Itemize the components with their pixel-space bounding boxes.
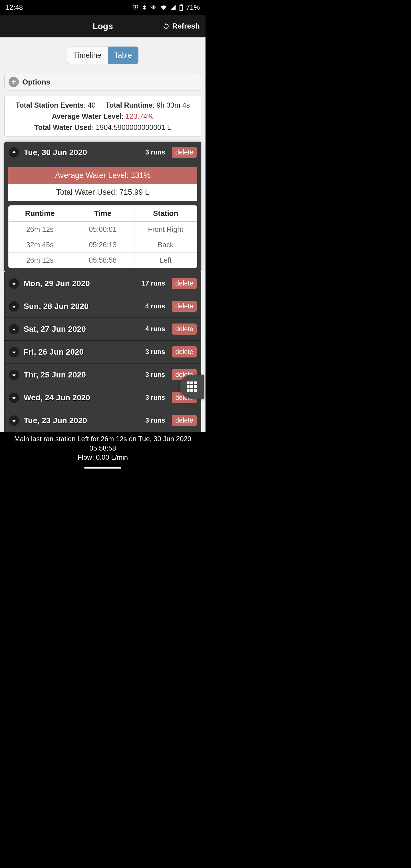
day-header[interactable]: Wed, 24 Jun 20203 runsdelete (4, 386, 201, 409)
cell-station: Back (134, 237, 197, 253)
collapse-icon (9, 147, 19, 158)
expand-icon (9, 415, 19, 426)
expand-icon (9, 278, 19, 289)
used-label: Total Water Used (34, 123, 92, 131)
delete-button[interactable]: delete (172, 278, 197, 289)
expand-icon (9, 393, 19, 403)
day-date: Tue, 23 Jun 2020 (24, 416, 141, 425)
day-date: Wed, 24 Jun 2020 (24, 393, 141, 402)
delete-button[interactable]: delete (172, 415, 197, 426)
day-date: Sun, 28 Jun 2020 (24, 302, 141, 311)
footer-status: Main last ran station Left for 26m 12s o… (0, 432, 205, 464)
tab-timeline[interactable]: Timeline (67, 46, 108, 64)
cell-runtime: 32m 45s (8, 237, 71, 253)
status-time: 12:48 (6, 3, 23, 11)
day-date: Mon, 29 Jun 2020 (24, 279, 137, 288)
day-header[interactable]: Mon, 29 Jun 202017 runsdelete (4, 272, 201, 294)
day-collapsed: Mon, 29 Jun 202017 runsdelete (4, 272, 201, 295)
table-row: 32m 45s 05:26:13 Back (8, 237, 197, 253)
cell-time: 05:58:58 (71, 253, 134, 268)
grid-icon (187, 381, 197, 392)
battery-icon (179, 4, 183, 11)
day-header[interactable]: Sat, 27 Jun 20204 runsdelete (4, 318, 201, 340)
cell-station: Left (134, 253, 197, 268)
day-runs: 3 runs (145, 348, 165, 356)
used-value: 1904.5900000000001 L (96, 123, 171, 131)
page-title: Logs (92, 22, 113, 31)
day-header[interactable]: Tue, 30 Jun 2020 3 runs delete (4, 142, 201, 163)
expand-icon (9, 347, 19, 357)
table-row: 26m 12s 05:58:58 Left (8, 253, 197, 268)
nav-handle[interactable] (84, 467, 121, 469)
options-label: Options (22, 78, 50, 87)
day-runs: 3 runs (145, 149, 165, 156)
avg-value: 123.74% (126, 112, 154, 120)
content-area: Timeline Table + Options Total Station E… (0, 37, 205, 432)
vibrate-icon (150, 5, 157, 10)
day-collapsed: Thr, 25 Jun 20203 runsdelete (4, 364, 201, 386)
day-collapsed: Fri, 26 Jun 20203 runsdelete (4, 341, 201, 364)
day-runs: 3 runs (145, 394, 165, 401)
avg-label: Average Water Level (52, 112, 122, 120)
day-date: Fri, 26 Jun 2020 (24, 347, 141, 356)
plus-icon: + (8, 77, 19, 87)
day-header[interactable]: Thr, 25 Jun 20203 runsdelete (4, 364, 201, 386)
day-header[interactable]: Tue, 23 Jun 20203 runsdelete (4, 409, 201, 432)
day-used-banner: Total Water Used: 715.99 L (8, 184, 197, 201)
delete-button[interactable]: delete (172, 147, 197, 158)
day-collapsed: Tue, 23 Jun 20203 runsdelete (4, 409, 201, 432)
events-label: Total Station Events (16, 101, 84, 109)
col-runtime: Runtime (8, 206, 71, 222)
expand-icon (9, 370, 19, 380)
view-tabs: Timeline Table (4, 46, 201, 64)
cell-runtime: 26m 12s (8, 222, 71, 237)
app-grid-button[interactable] (180, 375, 204, 399)
events-value: 40 (88, 101, 96, 109)
options-toggle[interactable]: + Options (4, 73, 201, 91)
footer-line2: Flow: 0.00 L/min (2, 453, 204, 462)
cell-runtime: 26m 12s (8, 253, 71, 268)
runtime-value: 9h 33m 4s (156, 101, 190, 109)
expand-icon (9, 324, 19, 334)
day-runs: 3 runs (145, 416, 165, 424)
table-header: Runtime Time Station (8, 206, 197, 222)
battery-percent: 71% (186, 3, 200, 11)
refresh-button[interactable]: Refresh (162, 22, 200, 31)
refresh-icon (162, 23, 170, 30)
day-date: Thr, 25 Jun 2020 (24, 370, 141, 379)
day-collapsed: Sat, 27 Jun 20204 runsdelete (4, 318, 201, 341)
day-collapsed: Wed, 24 Jun 20203 runsdelete (4, 386, 201, 409)
tab-table[interactable]: Table (108, 46, 138, 64)
expand-icon (9, 301, 19, 311)
day-header[interactable]: Fri, 26 Jun 20203 runsdelete (4, 341, 201, 363)
signal-icon (170, 5, 177, 10)
cell-time: 05:26:13 (71, 237, 134, 253)
footer-line1: Main last ran station Left for 26m 12s o… (2, 434, 204, 453)
day-date: Tue, 30 Jun 2020 (24, 148, 141, 157)
bluetooth-icon (141, 4, 147, 11)
day-collapsed: Sun, 28 Jun 20204 runsdelete (4, 295, 201, 318)
status-bar: 12:48 71% (0, 0, 205, 15)
delete-button[interactable]: delete (172, 301, 197, 312)
summary-panel: Total Station Events: 40 Total Runtime: … (4, 96, 201, 136)
nav-bar (0, 464, 205, 472)
delete-button[interactable]: delete (172, 346, 197, 358)
refresh-label: Refresh (172, 22, 200, 31)
app-header: Logs Refresh (0, 15, 205, 37)
day-runs: 3 runs (145, 371, 165, 379)
day-header[interactable]: Sun, 28 Jun 20204 runsdelete (4, 295, 201, 317)
day-runs: 4 runs (145, 325, 165, 333)
day-avg-banner: Average Water Level: 131% (8, 167, 197, 184)
delete-button[interactable]: delete (172, 323, 197, 335)
table-row: 26m 12s 05:00:01 Front Right (8, 222, 197, 237)
runtime-label: Total Runtime (105, 101, 153, 109)
col-station: Station (134, 206, 197, 222)
col-time: Time (71, 206, 134, 222)
status-icons: 71% (132, 3, 200, 11)
cell-station: Front Right (134, 222, 197, 237)
alarm-icon (132, 4, 139, 10)
run-table: Runtime Time Station 26m 12s 05:00:01 Fr… (8, 205, 197, 268)
day-expanded: Tue, 30 Jun 2020 3 runs delete Average W… (4, 142, 201, 272)
wifi-icon (160, 5, 167, 10)
day-runs: 4 runs (145, 302, 165, 310)
